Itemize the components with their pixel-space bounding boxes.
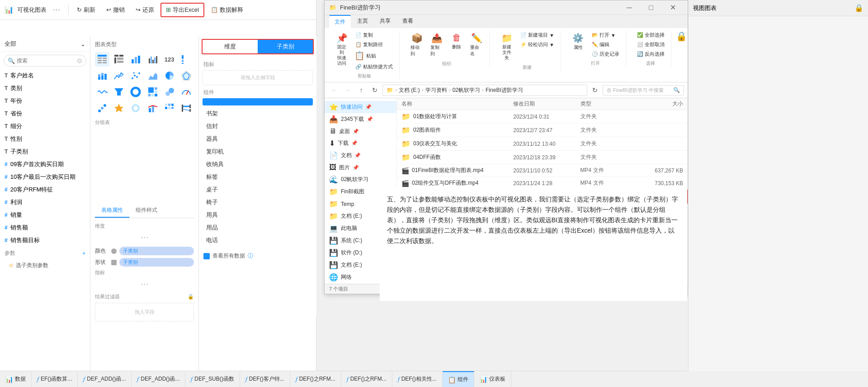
- col-name[interactable]: 名称: [401, 100, 513, 108]
- refresh-nav-btn[interactable]: ↻: [369, 84, 381, 96]
- invert-btn[interactable]: 🔄 反向选择: [634, 50, 667, 58]
- chart-icon-scatter[interactable]: [128, 68, 143, 83]
- chart-icon-treemap[interactable]: [146, 85, 160, 99]
- field-item[interactable]: #利润: [0, 196, 90, 209]
- col-date[interactable]: 修改日期: [513, 100, 580, 108]
- new-folder-btn[interactable]: 📁 新建文件夹: [498, 31, 516, 62]
- field-item[interactable]: T子类别: [0, 145, 90, 158]
- chart-icon-vbar[interactable]: [179, 52, 193, 67]
- file-row[interactable]: 📁 02图表组件 2023/12/7 23:47 文件夹: [397, 124, 688, 137]
- dimension-tab[interactable]: 维度: [203, 40, 258, 53]
- chart-icon-crosstab[interactable]: [112, 52, 126, 67]
- close-btn[interactable]: ✕: [662, 2, 683, 14]
- search-bar[interactable]: 在 FineBI进阶学习 中搜索 🔍: [603, 85, 684, 96]
- component-list-item[interactable]: 用品: [203, 221, 313, 234]
- copy-path-btn[interactable]: 📋 复制路径: [353, 40, 396, 49]
- file-row[interactable]: 📁 04DFF函数 2023/12/18 23:39 文件夹: [397, 151, 688, 164]
- field-item[interactable]: T性别: [0, 133, 90, 145]
- taskbar-item[interactable]: 𝑓DEF_ADD()函...: [132, 371, 185, 387]
- taskbar-item[interactable]: 📊仪表板: [474, 371, 511, 387]
- chart-icon-ring[interactable]: [128, 101, 143, 115]
- copy-to-btn[interactable]: 📤 复制到: [428, 31, 446, 59]
- export-excel-btn[interactable]: ⊞ 导出Excel: [160, 3, 204, 17]
- move-btn[interactable]: 📦 移动到: [408, 31, 426, 59]
- edit-btn[interactable]: ✏️ 编辑: [589, 40, 622, 49]
- sidebar-nav-item[interactable]: ⭐快速访问 📌: [325, 101, 396, 113]
- subcategory-tab[interactable]: 子类别: [258, 40, 313, 53]
- undo-btn[interactable]: ↩ 撤销: [102, 4, 129, 16]
- col-size[interactable]: 大小: [647, 100, 683, 108]
- paste-shortcut-btn[interactable]: 🔗 粘贴快捷方式: [353, 62, 396, 71]
- select-all-btn[interactable]: ✅ 全部选择: [634, 31, 667, 39]
- taskbar-item[interactable]: 𝑓DEF()客户特...: [240, 371, 290, 387]
- col-type[interactable]: 类型: [580, 100, 647, 108]
- address-path[interactable]: 📁 › 文档 (E:) › 学习资料 › 02帆软学习 › FineBI进阶学习: [382, 85, 587, 96]
- redo-btn[interactable]: ↪ 还原: [131, 4, 159, 16]
- chart-icon-wave[interactable]: [95, 85, 109, 99]
- taskbar-item[interactable]: 𝑓DEF()之RFM...: [341, 371, 392, 387]
- check-all-checkbox[interactable]: [203, 253, 210, 259]
- easy-access-btn[interactable]: ⚡ 轻松访问 ▼: [518, 40, 557, 49]
- up-btn[interactable]: ↑: [355, 84, 367, 96]
- sidebar-nav-item[interactable]: 📄文档 📌: [325, 149, 396, 162]
- add-param-btn[interactable]: +: [82, 250, 85, 257]
- new-item-btn[interactable]: 📄 新建项目 ▼: [518, 31, 557, 39]
- delete-btn[interactable]: 🗑 删除: [448, 31, 466, 59]
- chart-icon-pie[interactable]: [162, 68, 177, 83]
- ribbon-tab-share[interactable]: 共享: [374, 15, 396, 28]
- field-item[interactable]: #10客户最后一次购买日期: [0, 171, 90, 183]
- taskbar-item[interactable]: 𝑓DEF_SUB()函数: [185, 371, 240, 387]
- field-item[interactable]: T类别: [0, 82, 90, 95]
- chart-icon-line[interactable]: [112, 68, 126, 83]
- component-list-item[interactable]: 信封: [203, 120, 313, 133]
- field-item[interactable]: #销量: [0, 209, 90, 221]
- sidebar-nav-item[interactable]: ⬇下载 📌: [325, 137, 396, 149]
- field-item[interactable]: #销售额目标: [0, 234, 90, 247]
- paste-btn[interactable]: 📋 粘贴: [353, 50, 396, 62]
- chart-icon-area[interactable]: [146, 68, 160, 83]
- field-item[interactable]: #20客户RFM特征: [0, 183, 90, 196]
- sidebar-nav-item[interactable]: 📥2345下载 📌: [325, 113, 396, 125]
- component-list-item[interactable]: 电话: [203, 234, 313, 247]
- select-none-btn[interactable]: ⬜ 全部取消: [634, 40, 667, 49]
- taskbar-item[interactable]: 𝑓DEF()之RFM...: [290, 371, 341, 387]
- chart-icon-donut[interactable]: [128, 85, 143, 99]
- shape-badge[interactable]: 子类别: [119, 258, 194, 267]
- attr-tab-table[interactable]: 表格属性: [95, 204, 129, 218]
- pin-btn[interactable]: 📌 固定到快速访问: [333, 31, 351, 71]
- minimize-btn[interactable]: ─: [619, 2, 640, 14]
- copy-btn[interactable]: 📄 复制: [353, 31, 396, 39]
- chart-icon-multi[interactable]: [146, 52, 160, 67]
- search-refresh-btn[interactable]: ↻: [589, 84, 601, 96]
- component-list-item[interactable]: 复印机: [203, 145, 313, 158]
- component-list-item[interactable]: 用具: [203, 209, 313, 221]
- param-item[interactable]: ⊙选子类别参数: [0, 260, 90, 271]
- field-item[interactable]: T年份: [0, 95, 90, 107]
- taskbar-item[interactable]: 𝑓DEF()相关性...: [392, 371, 443, 387]
- chart-icon-sankey[interactable]: [179, 101, 193, 115]
- component-list-item[interactable]: 书架: [203, 107, 313, 120]
- taskbar-item[interactable]: 📊数据: [0, 371, 32, 387]
- rename-btn[interactable]: ✏️ 重命名: [467, 31, 486, 59]
- component-list-item[interactable]: 标签: [203, 171, 313, 183]
- component-active-item[interactable]: [203, 98, 313, 105]
- ribbon-tab-file[interactable]: 文件: [329, 15, 351, 28]
- file-row[interactable]: 📁 03仪表交互与美化 2023/11/12 13:40 文件夹: [397, 137, 688, 151]
- chart-icon-star[interactable]: [112, 101, 126, 115]
- expand-icon[interactable]: ⌄: [80, 41, 85, 48]
- field-item[interactable]: T细分: [0, 120, 90, 133]
- field-item[interactable]: T省份: [0, 107, 90, 120]
- ribbon-tab-view[interactable]: 查看: [397, 15, 419, 28]
- chart-icon-table[interactable]: [95, 52, 109, 67]
- filter-drop-zone[interactable]: 拖入字段: [95, 303, 194, 321]
- sidebar-nav-item[interactable]: 🌊02帆软学习: [325, 173, 396, 186]
- chart-icon-bar[interactable]: [128, 52, 143, 67]
- refresh-btn[interactable]: ↻ 刷新: [72, 4, 100, 16]
- component-list-item[interactable]: 器具: [203, 133, 313, 145]
- chart-icon-combo[interactable]: [146, 101, 160, 115]
- chart-icon-stacked[interactable]: [95, 68, 109, 83]
- more-icon[interactable]: ⋯: [53, 5, 60, 14]
- chart-icon-dot[interactable]: [95, 101, 109, 115]
- attr-tab-component[interactable]: 组件样式: [129, 204, 164, 218]
- field-item[interactable]: T客户姓名: [0, 69, 90, 82]
